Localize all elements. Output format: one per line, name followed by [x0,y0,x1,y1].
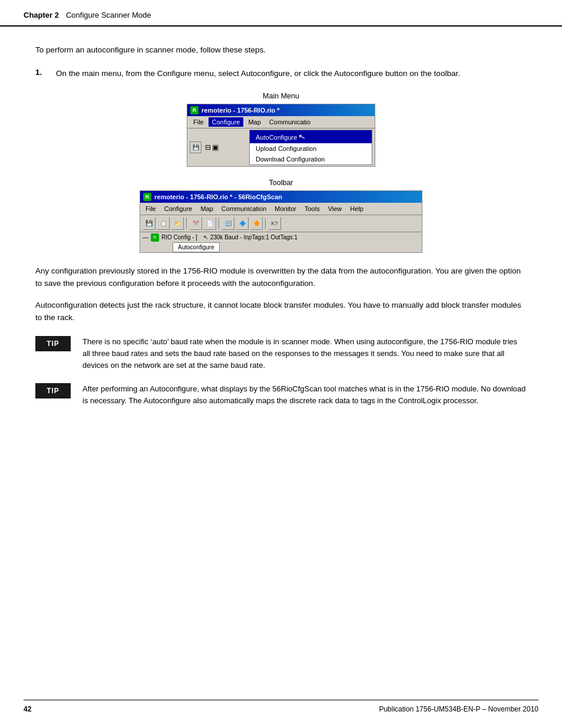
page: Chapter 2 Configure Scanner Mode To perf… [0,0,562,728]
tb-btn5[interactable]: 📄 [203,217,216,230]
main-menu-section: Main Menu R remoterio - 1756-RIO.rio * F… [35,92,527,167]
tb-separator2 [219,218,219,229]
tb-communication[interactable]: Communication [219,204,269,213]
step-1: 1. On the main menu, from the Configure … [35,68,527,80]
tip-2-container: TIP After performing an Autoconfigure, w… [35,383,527,407]
save-toolbar-btn[interactable]: 💾 [190,141,201,153]
menu-map[interactable]: Map [244,117,264,127]
dropdown-container: AutoConfigure ↖ Upload Configuration Dow… [220,130,372,165]
tb-map[interactable]: Map [197,204,216,213]
main-menu-label: Main Menu [263,92,299,100]
tb-btn2[interactable]: 📋 [157,217,170,230]
tb-baud-text: 230k Baud - InpTags:1 OutTags:1 [210,234,297,241]
tb-rio-icon: R [151,233,159,242]
tip-1-text: There is no specific ‘auto’ baud rate wh… [82,336,527,371]
node-icon: ▣ [212,143,219,151]
tb-separator1 [186,218,187,229]
page-footer: 42 Publication 1756-UM534B-EN-P – Novemb… [24,700,538,713]
tb-btn9[interactable]: K? [268,217,281,230]
tip-1-label: TIP [35,336,71,351]
menu-file[interactable]: File [190,117,207,127]
tb-titlebar-text: remoterio - 1756-RIO.rio * - 56RioCfgSca… [154,193,282,200]
tb-btn7[interactable]: 🔷 [236,217,249,230]
menu-titlebar: R remoterio - 1756-RIO.rio * [187,104,375,116]
intro-text: To perform an autoconfigure in scanner m… [35,44,527,56]
tb-save-btn[interactable]: 💾 [143,217,156,230]
page-content: To perform an autoconfigure in scanner m… [0,27,562,443]
cursor-icon: ↖ [298,131,308,142]
tb-autoconfigure-tooltip: Autoconfigure [173,242,220,252]
main-menu-screenshot: R remoterio - 1756-RIO.rio * File Config… [187,104,375,167]
menu-menubar: File Configure Map Communicatio [187,116,375,129]
tb-view[interactable]: View [325,204,345,213]
tb-toolbar-buttons: 💾 📋 📂 ✂️ 📄 🔢 🔷 🔶 K? [140,215,422,232]
footer-page-number: 42 [24,705,31,713]
app-icon: R [190,106,199,114]
chapter-label: Chapter 2 [24,11,59,19]
tb-tree-dash: — [143,234,148,241]
tb-rio-row: — R RIO Config - [ ↖ 230k Baud - InpTags… [140,232,422,243]
download-config-item[interactable]: Download Configuration [250,154,372,164]
tip-2-label: TIP [35,383,71,398]
step-text: On the main menu, from the Configure men… [56,68,460,80]
configure-dropdown: AutoConfigure ↖ Upload Configuration Dow… [249,130,372,165]
tb-titlebar: R remoterio - 1756-RIO.rio * - 56RioCfgS… [140,191,422,203]
body-para-2: Autoconfiguration detects just the rack … [35,299,527,324]
tb-tools[interactable]: Tools [302,204,323,213]
page-header: Chapter 2 Configure Scanner Mode [0,0,562,27]
tb-autoconfigure-row: Autoconfigure [140,243,422,252]
tb-btn6[interactable]: 🔢 [222,217,234,230]
autoconfigure-item[interactable]: AutoConfigure ↖ [250,130,372,143]
tb-file[interactable]: File [143,204,159,213]
menu-titlebar-text: remoterio - 1756-RIO.rio * [201,107,280,114]
minus-icon-row: ⊟ ▣ [205,143,219,151]
tb-separator3 [265,218,266,229]
tb-app-icon: R [143,193,151,201]
toolbar-label: Toolbar [269,179,293,187]
tb-btn3[interactable]: 📂 [171,217,184,230]
tree-icon: ⊟ [205,143,211,151]
upload-config-item[interactable]: Upload Configuration [250,143,372,154]
tb-menubar: File Configure Map Communication Monitor… [140,203,422,215]
menu-configure[interactable]: Configure [209,117,244,127]
tb-btn8[interactable]: 🔶 [250,217,263,230]
tip-2-text: After performing an Autoconfigure, what … [82,383,527,407]
tb-btn4[interactable]: ✂️ [189,217,202,230]
toolbar-section: Toolbar R remoterio - 1756-RIO.rio * - 5… [35,179,527,253]
tb-help[interactable]: Help [347,204,366,213]
menu-toolbar-row: 💾 ⊟ ▣ AutoConfigure ↖ Upload Configurati… [187,129,375,166]
body-para-1: Any configuration previously stored in t… [35,265,527,290]
menu-communication[interactable]: Communicatio [266,117,314,127]
tb-monitor[interactable]: Monitor [272,204,299,213]
tip-1-container: TIP There is no specific ‘auto’ baud rat… [35,336,527,371]
step-number: 1. [35,68,53,80]
toolbar-screenshot: R remoterio - 1756-RIO.rio * - 56RioCfgS… [140,190,422,253]
tb-cursor: ↖ [203,234,208,241]
tb-configure[interactable]: Configure [161,204,196,213]
footer-publication: Publication 1756-UM534B-EN-P – November … [379,705,538,713]
tb-rio-text: RIO Config - [ [161,234,201,241]
